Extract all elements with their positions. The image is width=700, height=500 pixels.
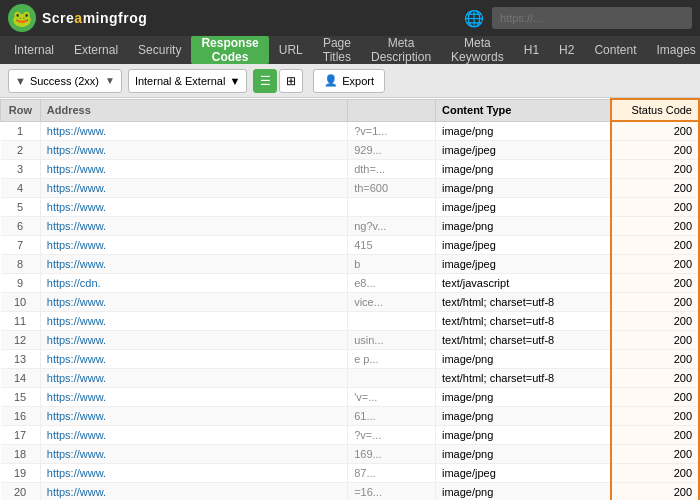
cell-content-type: image/png	[435, 445, 611, 464]
table-row[interactable]: 12https://www.usin...text/html; charset=…	[1, 331, 700, 350]
cell-status-code: 200	[611, 483, 699, 501]
scope-filter-label: Internal & External	[135, 75, 226, 87]
cell-url-part: vice...	[348, 293, 436, 312]
cell-row-number: 10	[1, 293, 41, 312]
table-row[interactable]: 19https://www.87...image/jpeg200	[1, 464, 700, 483]
cell-row-number: 4	[1, 179, 41, 198]
table-row[interactable]: 4https://www.th=600image/png200	[1, 179, 700, 198]
data-table-container[interactable]: Row Address Content Type Status Code 1ht…	[0, 98, 700, 500]
view-sitemap-button[interactable]: ⊞	[279, 69, 303, 93]
cell-url-part: 415	[348, 236, 436, 255]
table-row[interactable]: 10https://www.vice...text/html; charset=…	[1, 293, 700, 312]
table-row[interactable]: 20https://www.=16...image/png200	[1, 483, 700, 501]
tab-page-titles[interactable]: Page Titles	[313, 36, 361, 64]
table-row[interactable]: 7https://www.415image/jpeg200	[1, 236, 700, 255]
cell-status-code: 200	[611, 407, 699, 426]
table-row[interactable]: 6https://www.ng?v...image/png200	[1, 217, 700, 236]
export-label: Export	[342, 75, 374, 87]
cell-url-part	[348, 312, 436, 331]
table-row[interactable]: 13https://www.e p...image/png200	[1, 350, 700, 369]
cell-url-part: th=600	[348, 179, 436, 198]
table-row[interactable]: 3https://www.dth=...image/png200	[1, 160, 700, 179]
cell-row-number: 1	[1, 121, 41, 141]
table-row[interactable]: 16https://www.61...image/png200	[1, 407, 700, 426]
cell-url-part: b	[348, 255, 436, 274]
view-list-button[interactable]: ☰	[253, 69, 277, 93]
status-filter-label: Success (2xx)	[30, 75, 99, 87]
app-name: Screamingfrog	[42, 10, 147, 26]
tab-meta-keywords[interactable]: Meta Keywords	[441, 36, 514, 64]
tab-h1[interactable]: H1	[514, 36, 549, 64]
tab-url[interactable]: URL	[269, 36, 313, 64]
cell-row-number: 20	[1, 483, 41, 501]
table-row[interactable]: 17https://www.?v=...image/png200	[1, 426, 700, 445]
tab-images[interactable]: Images	[646, 36, 700, 64]
cell-row-number: 9	[1, 274, 41, 293]
cell-content-type: image/jpeg	[435, 141, 611, 160]
tab-external[interactable]: External	[64, 36, 128, 64]
cell-row-number: 13	[1, 350, 41, 369]
table-row[interactable]: 11https://www.text/html; charset=utf-820…	[1, 312, 700, 331]
cell-status-code: 200	[611, 217, 699, 236]
url-bar[interactable]	[492, 7, 692, 29]
table-row[interactable]: 18https://www.169...image/png200	[1, 445, 700, 464]
cell-url-part	[348, 369, 436, 388]
cell-row-number: 12	[1, 331, 41, 350]
cell-content-type: image/png	[435, 350, 611, 369]
cell-row-number: 14	[1, 369, 41, 388]
cell-content-type: image/jpeg	[435, 198, 611, 217]
cell-content-type: text/html; charset=utf-8	[435, 293, 611, 312]
cell-address: https://cdn.	[40, 274, 347, 293]
tab-security[interactable]: Security	[128, 36, 191, 64]
cell-content-type: image/jpeg	[435, 255, 611, 274]
cell-address: https://www.	[40, 293, 347, 312]
export-button[interactable]: 👤 Export	[313, 69, 385, 93]
cell-content-type: image/jpeg	[435, 236, 611, 255]
table-row[interactable]: 9https://cdn.e8...text/javascript200	[1, 274, 700, 293]
cell-address: https://www.	[40, 483, 347, 501]
cell-status-code: 200	[611, 236, 699, 255]
cell-row-number: 19	[1, 464, 41, 483]
header-right: 🌐	[464, 7, 692, 29]
status-filter[interactable]: ▼ Success (2xx) ▼	[8, 69, 122, 93]
cell-content-type: image/png	[435, 407, 611, 426]
tab-internal[interactable]: Internal	[4, 36, 64, 64]
cell-row-number: 17	[1, 426, 41, 445]
cell-row-number: 7	[1, 236, 41, 255]
cell-row-number: 16	[1, 407, 41, 426]
col-header-row: Row	[1, 99, 41, 121]
cell-content-type: text/html; charset=utf-8	[435, 331, 611, 350]
table-row[interactable]: 8https://www.bimage/jpeg200	[1, 255, 700, 274]
cell-url-part: 929...	[348, 141, 436, 160]
table-row[interactable]: 15https://www.'v=...image/png200	[1, 388, 700, 407]
funnel-icon: ▼	[15, 75, 26, 87]
cell-address: https://www.	[40, 160, 347, 179]
cell-url-part: ng?v...	[348, 217, 436, 236]
cell-url-part: e8...	[348, 274, 436, 293]
scope-filter[interactable]: Internal & External ▼	[128, 69, 247, 93]
col-header-address: Address	[40, 99, 347, 121]
cell-status-code: 200	[611, 198, 699, 217]
cell-status-code: 200	[611, 293, 699, 312]
table-row[interactable]: 2https://www.929...image/jpeg200	[1, 141, 700, 160]
tab-meta-description[interactable]: Meta Description	[361, 36, 441, 64]
tab-h2[interactable]: H2	[549, 36, 584, 64]
cell-status-code: 200	[611, 426, 699, 445]
logo: 🐸 Screamingfrog	[8, 4, 147, 32]
col-header-url-part	[348, 99, 436, 121]
tab-response-codes[interactable]: Response Codes	[191, 36, 268, 64]
cell-url-part: 169...	[348, 445, 436, 464]
globe-icon: 🌐	[464, 9, 484, 28]
cell-url-part: 87...	[348, 464, 436, 483]
cell-status-code: 200	[611, 274, 699, 293]
table-row[interactable]: 1https://www.?v=1...image/png200	[1, 121, 700, 141]
cell-url-part: ?v=1...	[348, 121, 436, 141]
cell-row-number: 5	[1, 198, 41, 217]
table-row[interactable]: 14https://www.text/html; charset=utf-820…	[1, 369, 700, 388]
cell-status-code: 200	[611, 121, 699, 141]
cell-status-code: 200	[611, 369, 699, 388]
cell-address: https://www.	[40, 445, 347, 464]
table-row[interactable]: 5https://www.image/jpeg200	[1, 198, 700, 217]
cell-address: https://www.	[40, 388, 347, 407]
tab-content[interactable]: Content	[584, 36, 646, 64]
